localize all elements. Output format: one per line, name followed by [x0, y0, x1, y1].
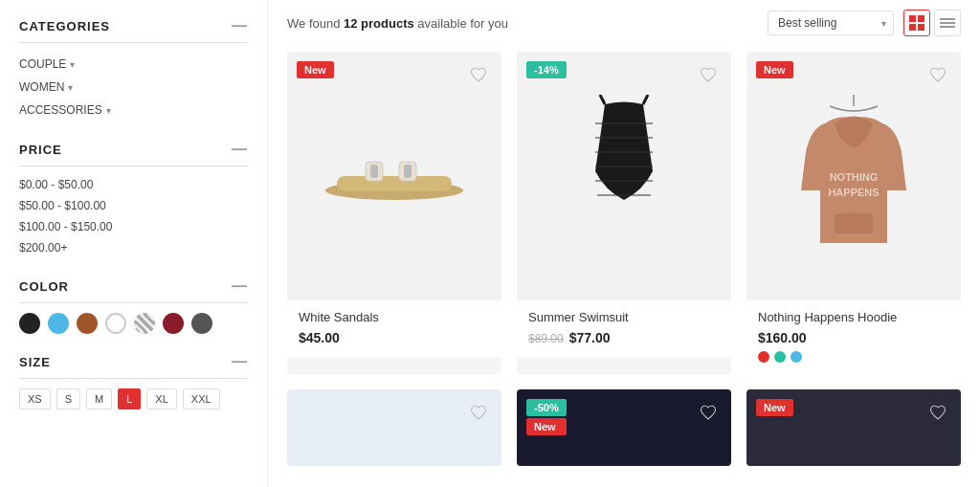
price-range-2[interactable]: $100.00 - $150.00 — [19, 216, 248, 237]
categories-collapse-icon[interactable]: — — [232, 17, 248, 34]
size-l[interactable]: L — [118, 388, 141, 410]
categories-label: CATEGORIES — [19, 19, 110, 33]
product-image-area-3: New NOTHING HAP — [746, 52, 961, 300]
product-image-area-2: -14% — [517, 52, 731, 300]
accessories-chevron-icon: ▾ — [106, 105, 111, 116]
price-section: PRICE — $0.00 - $50.00 $50.00 - $100.00 … — [19, 141, 248, 258]
product-card-6: New — [746, 389, 961, 466]
swatch-black[interactable] — [19, 313, 40, 334]
product-color-blue[interactable] — [791, 351, 802, 363]
product-card-2: -14% — [517, 52, 731, 374]
size-xl[interactable]: XL — [146, 388, 176, 410]
product-price-1: $45.00 — [299, 330, 490, 345]
wishlist-button-1[interactable] — [465, 61, 492, 88]
list-icon — [940, 15, 955, 31]
product-info-2: Summer Swimsuit $89.00$77.00 — [517, 300, 731, 357]
heart-icon-2 — [700, 66, 717, 83]
price-collapse-icon[interactable]: — — [232, 141, 248, 158]
heart-icon-4 — [470, 404, 487, 421]
product-card-4 — [287, 389, 501, 466]
product-price-2: $89.00$77.00 — [528, 330, 720, 345]
price-label: PRICE — [19, 143, 62, 157]
size-m[interactable]: M — [86, 388, 112, 410]
size-collapse-icon[interactable]: — — [232, 353, 248, 370]
badge-stack-5: -50% New — [526, 399, 567, 435]
product-image-sandal — [318, 138, 471, 214]
sort-wrapper: Best selling Price: Low to High Price: H… — [768, 11, 894, 35]
badge-new-5: New — [526, 418, 567, 435]
swatch-white[interactable] — [105, 313, 126, 334]
list-view-button[interactable] — [934, 10, 961, 36]
swatch-dark-gray[interactable] — [191, 313, 212, 334]
heart-icon-3 — [929, 66, 947, 83]
product-name-2: Summer Swimsuit — [528, 310, 720, 324]
product-image-area-5: -50% New — [517, 389, 731, 466]
sort-select[interactable]: Best selling Price: Low to High Price: H… — [768, 11, 894, 35]
product-badge-3: New — [756, 61, 793, 78]
product-name-3: Nothing Happens Hoodie — [758, 310, 949, 324]
size-xxl[interactable]: XXL — [183, 388, 220, 410]
product-image-swimsuit — [576, 95, 672, 257]
categories-section: CATEGORIES — COUPLE ▾ WOMEN ▾ ACCESSORIE… — [19, 17, 248, 122]
product-price-3: $160.00 — [758, 330, 949, 345]
product-color-red[interactable] — [758, 351, 769, 363]
product-card-3: New NOTHING HAP — [746, 52, 961, 374]
color-section: COLOR — — [19, 277, 248, 334]
product-name-1: White Sandals — [299, 310, 490, 324]
sidebar-item-women[interactable]: WOMEN ▾ — [19, 76, 248, 99]
heart-icon-1 — [470, 66, 487, 83]
product-image-area-1: New — [287, 52, 501, 300]
price-range-3[interactable]: $200.00+ — [19, 237, 248, 258]
color-collapse-icon[interactable]: — — [232, 277, 248, 295]
size-s[interactable]: S — [56, 388, 80, 410]
svg-text:NOTHING: NOTHING — [830, 171, 879, 183]
product-card-5: -50% New — [517, 389, 731, 466]
result-suffix: available for you — [414, 16, 508, 31]
grid-view-button[interactable] — [903, 10, 930, 36]
sidebar-item-accessories[interactable]: ACCESSORIES ▾ — [19, 99, 248, 122]
product-badge-1: New — [297, 61, 334, 78]
wishlist-button-4[interactable] — [465, 399, 492, 426]
swatch-brown[interactable] — [77, 313, 98, 334]
product-badge-2: -14% — [526, 61, 567, 78]
color-swatches — [19, 303, 248, 334]
wishlist-button-3[interactable] — [924, 61, 951, 88]
svg-text:HAPPENS: HAPPENS — [828, 187, 879, 198]
swatch-blue[interactable] — [48, 313, 69, 334]
price-range-1[interactable]: $50.00 - $100.00 — [19, 195, 248, 216]
svg-rect-3 — [370, 165, 378, 178]
svg-rect-5 — [404, 165, 412, 178]
size-xs[interactable]: XS — [19, 388, 51, 410]
sidebar-item-couple[interactable]: COUPLE ▾ — [19, 53, 248, 76]
color-title: COLOR — — [19, 277, 248, 303]
product-badge-6: New — [756, 399, 793, 416]
swatch-gray-pattern[interactable] — [134, 313, 155, 334]
wishlist-button-5[interactable] — [695, 399, 722, 426]
swatch-dark-red[interactable] — [163, 313, 184, 334]
size-label: SIZE — [19, 355, 51, 369]
size-title: SIZE — — [19, 353, 248, 379]
main-content: We found 12 products available for you B… — [268, 0, 980, 487]
price-range-list: $0.00 - $50.00 $50.00 - $100.00 $100.00 … — [19, 166, 248, 258]
couple-chevron-icon: ▾ — [70, 59, 75, 70]
product-image-area-4 — [287, 389, 501, 466]
result-prefix: We found — [287, 16, 344, 31]
heart-icon-5 — [700, 404, 717, 421]
product-grid: New White Sandals — [287, 52, 961, 374]
product-image-hoodie: NOTHING HAPPENS — [791, 95, 916, 257]
price-title: PRICE — — [19, 141, 248, 166]
women-chevron-icon: ▾ — [68, 82, 73, 93]
product-image-area-6: New — [746, 389, 961, 466]
result-text: We found 12 products available for you — [287, 16, 508, 31]
categories-title: CATEGORIES — — [19, 17, 248, 43]
price-range-0[interactable]: $0.00 - $50.00 — [19, 174, 248, 195]
wishlist-button-6[interactable] — [924, 399, 951, 426]
wishlist-button-2[interactable] — [695, 61, 722, 88]
badge-sale-5: -50% — [526, 399, 567, 416]
view-icons — [903, 10, 961, 36]
product-grid-bottom: -50% New New — [287, 389, 961, 466]
heart-icon-6 — [929, 404, 947, 421]
product-color-green[interactable] — [774, 351, 786, 363]
old-price-2: $89.00 — [528, 332, 564, 345]
grid-icon — [909, 15, 924, 31]
